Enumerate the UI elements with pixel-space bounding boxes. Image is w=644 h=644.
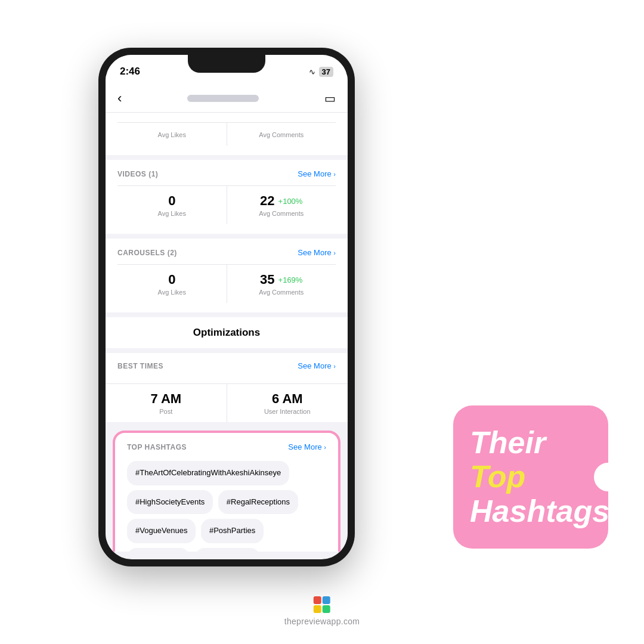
videos-avg-likes: 0 Avg Likes — [117, 186, 227, 224]
hashtags-header: TOP HASHTAGS See More › — [127, 442, 326, 451]
logo-cell-green — [323, 605, 330, 613]
canvas: 2:46 ∿ 37 ‹ ▭ — [0, 0, 644, 644]
best-times-title: BEST TIMES — [117, 362, 163, 370]
videos-header: VIDEOS (1) See More › — [117, 169, 336, 178]
back-button[interactable]: ‹ — [117, 91, 122, 106]
bookmark-button[interactable]: ▭ — [324, 91, 336, 106]
avg-likes-top-label: Avg Likes — [127, 131, 217, 138]
status-bar: 2:46 ∿ 37 — [106, 55, 348, 85]
videos-stats: 0 Avg Likes 22 +100% Avg Comments — [117, 185, 336, 224]
list-item: #GrandGalas — [127, 548, 190, 552]
avg-comments-top: Avg Comments — [227, 123, 336, 145]
post-label: Post — [115, 408, 217, 415]
best-times-stats: 7 AM Post 6 AM User Interaction — [106, 383, 348, 422]
status-icons: ∿ 37 — [309, 67, 333, 77]
carousels-change-badge: +169% — [278, 275, 303, 284]
avg-likes-top: Avg Likes — [117, 123, 227, 145]
videos-avg-comments-label: Avg Comments — [237, 210, 327, 217]
carousels-chevron-icon: › — [333, 249, 336, 256]
videos-avg-comments-value: 22 +100% — [237, 193, 327, 209]
carousels-see-more[interactable]: See More › — [298, 248, 336, 257]
hashtags-chevron-icon: › — [324, 444, 326, 451]
carousels-avg-likes-value: 0 — [127, 272, 217, 287]
list-item: #PoshParties — [201, 519, 264, 543]
battery-indicator: 37 — [319, 67, 333, 77]
videos-avg-comments: 22 +100% Avg Comments — [227, 186, 336, 224]
top-labels-section: Avg Likes Avg Comments — [106, 113, 348, 155]
badge-container: Their Top Hashtags — [453, 405, 608, 549]
top-stats-row: Avg Likes Avg Comments — [117, 122, 336, 145]
carousels-header: CAROUSELS (2) See More › — [117, 248, 336, 257]
badge-line-3: Hashtags — [470, 494, 609, 528]
list-item: #TheArtOfCelebratingWithAkeshiAkinseye — [127, 461, 289, 485]
carousels-avg-comments-label: Avg Comments — [237, 289, 327, 296]
footer-url: thepreviewapp.com — [284, 617, 360, 626]
best-times-section: BEST TIMES See More › 7 AM Post — [106, 353, 348, 422]
carousels-title: CAROUSELS (2) — [117, 249, 177, 257]
hashtags-section: TOP HASHTAGS See More › #TheArtOfCelebra… — [113, 431, 340, 552]
content-area[interactable]: Avg Likes Avg Comments VIDEOS (1) — [106, 113, 348, 552]
logo-cell-blue — [323, 596, 330, 604]
best-times-chevron-icon: › — [333, 363, 336, 370]
videos-title: VIDEOS (1) — [117, 170, 158, 178]
list-item: #RegalReceptions — [218, 490, 298, 515]
status-notch — [188, 55, 265, 73]
best-times-see-more[interactable]: See More › — [298, 361, 336, 370]
videos-see-more[interactable]: See More › — [298, 169, 336, 178]
videos-change-badge: +100% — [278, 197, 303, 206]
carousels-avg-likes: 0 Avg Likes — [117, 265, 227, 303]
optimizations-section: Optimizations — [106, 317, 348, 348]
logo-cell-yellow — [314, 605, 321, 613]
list-item: #LavishAffairs — [195, 548, 260, 552]
phone-screen: 2:46 ∿ 37 ‹ ▭ — [106, 55, 348, 559]
carousels-avg-comments: 35 +169% Avg Comments — [227, 265, 336, 303]
hashtags-see-more[interactable]: See More › — [288, 442, 326, 451]
logo-cell-red — [314, 596, 321, 604]
list-item: #HighSocietyEvents — [127, 490, 213, 515]
carousels-section: CAROUSELS (2) See More › 0 Avg Likes — [106, 239, 348, 312]
optimizations-title: Optimizations — [193, 327, 260, 338]
best-times-header: BEST TIMES See More › — [106, 353, 348, 376]
videos-chevron-icon: › — [333, 171, 336, 178]
hashtags-wrapper: TOP HASHTAGS See More › #TheArtOfCelebra… — [106, 427, 348, 552]
badge-line-1: Their — [470, 426, 546, 460]
status-time: 2:46 — [120, 66, 140, 78]
videos-avg-likes-label: Avg Likes — [127, 210, 217, 217]
phone-wrapper: 2:46 ∿ 37 ‹ ▭ — [98, 48, 355, 566]
phone-frame: 2:46 ∿ 37 ‹ ▭ — [98, 48, 355, 566]
videos-avg-likes-value: 0 — [127, 193, 217, 209]
avg-comments-top-label: Avg Comments — [237, 131, 327, 138]
footer: thepreviewapp.com — [284, 596, 360, 626]
badge: Their Top Hashtags — [453, 405, 608, 549]
carousels-avg-likes-label: Avg Likes — [127, 289, 217, 296]
interaction-time: 6 AM User Interaction — [227, 384, 348, 422]
wifi-icon: ∿ — [309, 67, 315, 76]
carousels-avg-comments-value: 35 +169% — [237, 272, 327, 287]
app-logo-icon — [314, 596, 330, 613]
post-time-value: 7 AM — [115, 391, 217, 407]
interaction-label: User Interaction — [237, 408, 339, 415]
nav-title — [187, 95, 259, 102]
videos-section: VIDEOS (1) See More › 0 Avg Likes — [106, 160, 348, 234]
interaction-time-value: 6 AM — [237, 391, 339, 407]
list-item: #VogueVenues — [127, 519, 196, 543]
hashtags-title: TOP HASHTAGS — [127, 443, 187, 451]
nav-bar: ‹ ▭ — [106, 85, 348, 113]
hashtags-list: #TheArtOfCelebratingWithAkeshiAkinseye #… — [127, 459, 326, 552]
badge-line-2: Top — [470, 460, 525, 494]
post-time: 7 AM Post — [106, 384, 227, 422]
carousels-stats: 0 Avg Likes 35 +169% Avg Comments — [117, 264, 336, 303]
